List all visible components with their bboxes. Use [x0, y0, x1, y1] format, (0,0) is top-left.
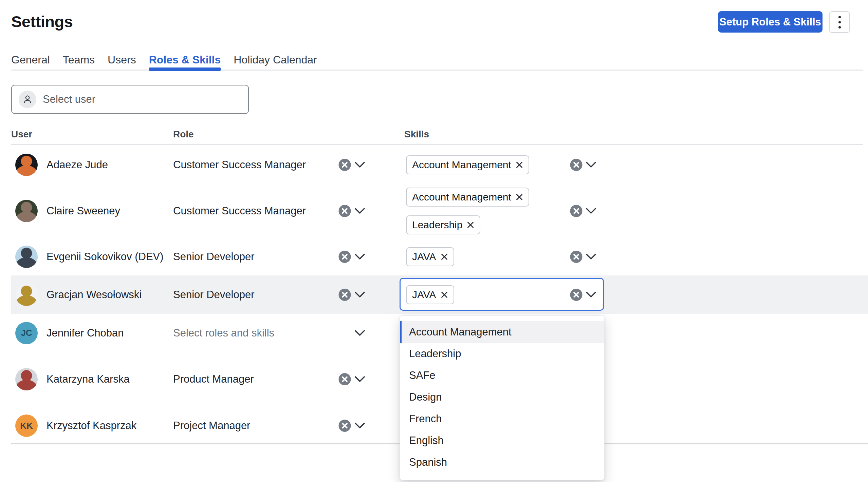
user-avatar: [15, 200, 38, 222]
skill-tag: Account Management: [406, 188, 529, 207]
clear-role-icon[interactable]: [338, 205, 351, 217]
more-options-button[interactable]: [829, 11, 850, 33]
chevron-down-icon[interactable]: [354, 330, 365, 336]
skill-tags: JAVA: [406, 247, 454, 266]
tab-roles-skills[interactable]: Roles & Skills: [149, 54, 221, 66]
user-name: Adaeze Jude: [47, 159, 108, 171]
user-name: Gracjan Wesołowski: [47, 289, 142, 301]
tab-holiday-calendar[interactable]: Holiday Calendar: [234, 54, 317, 66]
clear-skills-icon[interactable]: [570, 251, 583, 263]
kebab-menu-icon: [838, 16, 841, 28]
chevron-down-icon[interactable]: [586, 208, 596, 214]
skill-tag: Account Management: [406, 155, 529, 174]
skill-tag-label: Leadership: [412, 219, 462, 231]
chevron-down-icon[interactable]: [354, 422, 365, 429]
dropdown-option[interactable]: Spanish: [400, 451, 604, 473]
page-title: Settings: [11, 12, 73, 31]
remove-tag-icon[interactable]: [467, 221, 474, 229]
user-name: Katarzyna Karska: [47, 373, 130, 385]
tab-teams[interactable]: Teams: [63, 54, 95, 66]
skill-tag-label: JAVA: [412, 251, 436, 263]
user-avatar: [15, 368, 38, 390]
tab-users[interactable]: Users: [108, 54, 136, 66]
role-select-value[interactable]: Senior Developer: [173, 289, 255, 301]
table-row: Adaeze JudeCustomer Success ManagerAccou…: [0, 146, 868, 184]
initials-avatar: KK: [15, 414, 38, 437]
clear-role-icon[interactable]: [338, 251, 351, 263]
dropdown-option[interactable]: Account Management: [400, 321, 604, 343]
skills-dropdown-menu: Account ManagementLeadershipSAFeDesignFr…: [400, 315, 605, 480]
clear-role-icon[interactable]: [338, 288, 351, 301]
chevron-down-icon[interactable]: [354, 161, 365, 168]
chevron-down-icon[interactable]: [354, 208, 365, 214]
chevron-down-icon[interactable]: [586, 291, 596, 298]
role-select-value[interactable]: Select roles and skills: [173, 327, 274, 339]
remove-tag-icon[interactable]: [441, 253, 448, 261]
user-avatar: [15, 246, 38, 268]
chevron-down-icon[interactable]: [354, 376, 365, 383]
table-row: Claire SweeneyCustomer Success ManagerAc…: [0, 184, 868, 238]
user-name: Evgenii Sokovikov (DEV): [47, 251, 164, 263]
clear-skills-icon[interactable]: [570, 205, 583, 217]
select-user-combobox[interactable]: Select user: [11, 85, 249, 114]
skill-tag: JAVA: [406, 285, 454, 304]
role-select-value[interactable]: Customer Success Manager: [173, 159, 306, 171]
skill-tags: Account ManagementLeadership: [406, 188, 529, 234]
dropdown-option[interactable]: Leadership: [400, 343, 604, 365]
skill-tag-label: Account Management: [412, 191, 511, 203]
chevron-down-icon[interactable]: [354, 291, 365, 298]
skill-tag-label: Account Management: [412, 159, 511, 171]
table-header-divider: [11, 144, 863, 145]
table-row: Evgenii Sokovikov (DEV)Senior DeveloperJ…: [0, 238, 868, 275]
user-avatar: [15, 284, 38, 306]
role-select-value[interactable]: Project Manager: [173, 420, 250, 432]
column-header-role: Role: [173, 129, 194, 140]
skill-tag: JAVA: [406, 247, 454, 266]
chevron-down-icon[interactable]: [586, 253, 596, 260]
initials-avatar: JC: [15, 322, 38, 344]
role-select-value[interactable]: Customer Success Manager: [173, 205, 306, 217]
skill-tag: Leadership: [406, 215, 480, 234]
tab-general[interactable]: General: [11, 54, 50, 66]
dropdown-option[interactable]: SAFe: [400, 365, 604, 386]
clear-role-icon[interactable]: [338, 420, 351, 432]
chevron-down-icon[interactable]: [354, 253, 365, 260]
role-select-value[interactable]: Product Manager: [173, 373, 254, 385]
setup-roles-skills-button[interactable]: Setup Roles & Skills: [718, 11, 823, 33]
role-select-value[interactable]: Senior Developer: [173, 251, 255, 263]
select-user-placeholder: Select user: [43, 93, 95, 105]
clear-skills-icon[interactable]: [570, 159, 583, 171]
person-icon: [19, 91, 36, 108]
user-name: Krzysztof Kasprzak: [47, 420, 136, 432]
user-name: Jennifer Choban: [47, 327, 124, 339]
dropdown-option[interactable]: Design: [400, 386, 604, 408]
user-name: Claire Sweeney: [47, 205, 120, 217]
table-row: Gracjan WesołowskiSenior DeveloperJAVA: [0, 275, 868, 314]
clear-role-icon[interactable]: [338, 373, 351, 386]
skill-tags: JAVA: [406, 285, 454, 304]
settings-tabs: GeneralTeamsUsersRoles & SkillsHoliday C…: [11, 54, 863, 71]
clear-role-icon[interactable]: [338, 159, 351, 171]
remove-tag-icon[interactable]: [516, 193, 523, 201]
clear-skills-icon[interactable]: [570, 288, 583, 301]
skill-tag-label: JAVA: [412, 289, 436, 301]
remove-tag-icon[interactable]: [516, 161, 523, 169]
dropdown-option[interactable]: French: [400, 408, 604, 430]
remove-tag-icon[interactable]: [441, 291, 448, 298]
chevron-down-icon[interactable]: [586, 161, 596, 168]
column-header-skills: Skills: [404, 129, 429, 140]
user-avatar: [15, 154, 38, 176]
dropdown-option[interactable]: English: [400, 430, 604, 451]
column-header-user: User: [11, 129, 32, 140]
skill-tags: Account Management: [406, 155, 529, 174]
